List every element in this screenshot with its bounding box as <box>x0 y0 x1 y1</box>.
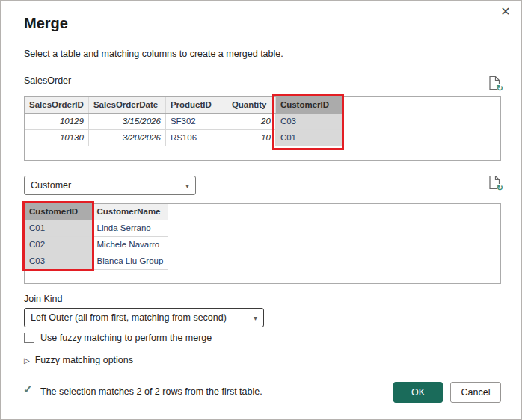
second-table-grid: CustomerID CustomerName C01 Linda Serran… <box>25 204 168 270</box>
expand-triangle-icon: ▷ <box>24 356 30 365</box>
cell[interactable]: SF302 <box>165 113 227 129</box>
table-picker-value: Customer <box>31 180 71 191</box>
table-row: 10129 3/15/2026 SF302 20 C03 <box>25 113 343 129</box>
cell-selected[interactable]: C01 <box>275 129 343 146</box>
second-table-preview: CustomerID CustomerName C01 Linda Serran… <box>24 203 501 284</box>
cell-selected[interactable]: C02 <box>25 236 92 253</box>
chevron-down-icon: ▾ <box>254 314 257 322</box>
refresh-icon: ↻ <box>497 84 503 92</box>
column-header[interactable]: Quantity <box>227 97 275 113</box>
first-table-preview: SalesOrderID SalesOrderDate ProductID Qu… <box>24 96 501 161</box>
chevron-down-icon: ▾ <box>185 182 189 190</box>
cell[interactable]: Bianca Liu Group <box>92 253 168 269</box>
column-header-selected[interactable]: CustomerID <box>275 97 343 113</box>
cell[interactable]: 10130 <box>25 129 88 146</box>
column-header[interactable]: SalesOrderID <box>25 97 88 113</box>
merge-dialog: ✕ Merge Select a table and matching colu… <box>0 0 522 420</box>
table-header-row: CustomerID CustomerName <box>25 204 168 220</box>
fuzzy-options-expander[interactable]: ▷ Fuzzy matching options <box>24 355 133 365</box>
cell[interactable]: 10129 <box>25 113 88 129</box>
cell-selected[interactable]: C03 <box>25 253 92 269</box>
join-kind-value: Left Outer (all from first, matching fro… <box>31 312 227 323</box>
fuzzy-matching-label: Use fuzzy matching to perform the merge <box>40 333 212 343</box>
dialog-subtitle: Select a table and matching columns to c… <box>24 49 283 59</box>
column-header[interactable]: CustomerName <box>92 204 168 220</box>
success-check-icon: ✓ <box>23 383 33 396</box>
first-table-label: SalesOrder <box>24 75 71 86</box>
cell[interactable]: Linda Serrano <box>92 220 168 236</box>
refresh-icon: ↻ <box>497 184 503 191</box>
table-row: C03 Bianca Liu Group <box>25 253 168 269</box>
cell[interactable]: 3/15/2026 <box>88 113 165 129</box>
table-row: C01 Linda Serrano <box>25 220 168 236</box>
cell-selected[interactable]: C01 <box>25 220 92 236</box>
cell[interactable]: 20 <box>227 113 275 129</box>
table-header-row: SalesOrderID SalesOrderDate ProductID Qu… <box>25 97 343 113</box>
join-kind-dropdown[interactable]: Left Outer (all from first, matching fro… <box>24 308 264 327</box>
cell[interactable]: Michele Navarro <box>92 236 168 253</box>
refresh-preview-button-second[interactable]: ↻ <box>488 175 502 190</box>
dialog-title: Merge <box>24 15 68 32</box>
status-message: The selection matches 2 of 2 rows from t… <box>40 386 262 397</box>
table-row: 10130 3/20/2026 RS106 10 C01 <box>25 129 343 146</box>
cell[interactable]: 3/20/2026 <box>88 129 165 146</box>
cancel-button[interactable]: Cancel <box>450 382 501 403</box>
refresh-preview-button-first[interactable]: ↻ <box>488 75 502 90</box>
cell[interactable]: RS106 <box>165 129 227 146</box>
column-header-selected[interactable]: CustomerID <box>25 204 92 220</box>
fuzzy-matching-row: Use fuzzy matching to perform the merge <box>24 333 212 343</box>
fuzzy-options-label: Fuzzy matching options <box>35 355 133 365</box>
first-table-grid: SalesOrderID SalesOrderDate ProductID Qu… <box>25 97 343 146</box>
ok-button[interactable]: OK <box>393 382 443 403</box>
table-picker-dropdown[interactable]: Customer ▾ <box>24 176 196 195</box>
join-kind-label: Join Kind <box>24 294 62 304</box>
column-header[interactable]: ProductID <box>165 97 227 113</box>
fuzzy-matching-checkbox[interactable] <box>24 333 34 343</box>
column-header[interactable]: SalesOrderDate <box>88 97 165 113</box>
cell-selected[interactable]: C03 <box>275 113 343 129</box>
cell[interactable]: 10 <box>227 129 275 146</box>
close-icon[interactable]: ✕ <box>498 4 513 19</box>
table-row: C02 Michele Navarro <box>25 236 168 253</box>
